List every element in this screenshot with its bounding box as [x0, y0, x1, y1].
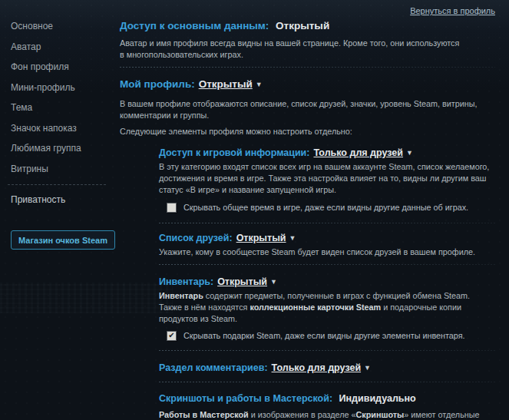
sidebar-item-showcases[interactable]: Витрины [11, 164, 111, 174]
screenshots-value: Индивидуально [339, 393, 416, 404]
screenshots-desc-bold: Работы в Мастерской [159, 410, 249, 419]
inventory-header: Инвентарь:Открытый▼ [159, 276, 495, 288]
sidebar-item-profile-background[interactable]: Фон профиля [11, 62, 111, 72]
hide-playtime-row: ✔ Скрывать общее время в игре, даже если… [167, 202, 495, 213]
game-info-dropdown[interactable]: Только для друзей [313, 147, 403, 158]
friends-list-header: Список друзей:Открытый▼ [159, 232, 495, 244]
screenshots-label: Скриншоты и работы в Мастерской: [159, 393, 332, 404]
steam-privacy-settings-page: Основное Аватар Фон профиля Мини-профиль… [0, 0, 509, 420]
chevron-down-icon[interactable]: ▼ [364, 362, 371, 374]
game-info-header: Доступ к игровой информации:Только для д… [159, 147, 495, 159]
section-basic-data: Доступ к основным данным: Открытый Авата… [120, 19, 495, 68]
chevron-down-icon[interactable]: ▼ [289, 232, 296, 244]
section-friends-list: Список друзей:Открытый▼ Укажите, кому в … [159, 232, 495, 265]
section-divider [159, 223, 495, 223]
game-info-label: Доступ к игровой информации: [159, 147, 309, 158]
sidebar-item-theme[interactable]: Тема [11, 103, 111, 113]
sidebar-item-privacy[interactable]: Приватность [11, 195, 111, 205]
screenshots-desc-bold: Скриншоты [355, 410, 404, 419]
chevron-down-icon[interactable]: ▼ [256, 78, 263, 91]
sidebar-item-featured-badge[interactable]: Значок напоказ [11, 124, 111, 134]
checkmark-icon: ✔ [167, 331, 176, 339]
section-divider [159, 350, 495, 351]
my-profile-header: Мой профиль:Открытый▼ [120, 78, 495, 91]
basic-data-description: Аватар и имя профиля всегда видны на ваш… [120, 38, 461, 61]
comments-label: Раздел комментариев: [159, 362, 268, 373]
inventory-dropdown[interactable]: Открытый [217, 276, 267, 287]
sidebar-item-avatar[interactable]: Аватар [11, 42, 111, 52]
screenshots-description: Работы в Мастерской и изображения в разд… [159, 409, 495, 420]
comments-dropdown[interactable]: Только для друзей [272, 362, 362, 373]
return-row: Вернуться в профиль [120, 0, 495, 16]
section-divider [120, 67, 495, 68]
screenshots-header: Скриншоты и работы в Мастерской: Индивид… [159, 392, 495, 405]
section-divider [159, 382, 495, 382]
separate-settings-note: Следующие элементы профиля можно настрои… [120, 126, 495, 137]
inventory-label: Инвентарь: [159, 276, 213, 287]
comments-header: Раздел комментариев:Только для друзей▼ [159, 362, 495, 374]
return-to-profile-link[interactable]: Вернуться в профиль [410, 6, 495, 15]
basic-data-value: Открытый [276, 20, 329, 31]
section-game-info: Доступ к игровой информации:Только для д… [159, 147, 495, 223]
sidebar-divider [8, 184, 106, 185]
hide-playtime-checkbox[interactable]: ✔ [167, 203, 177, 213]
section-divider [159, 264, 495, 265]
chevron-down-icon[interactable]: ▼ [270, 276, 277, 288]
sidebar-item-general[interactable]: Основное [11, 21, 111, 31]
sidebar-item-mini-profile[interactable]: Мини-профиль [11, 83, 111, 93]
friends-list-label: Список друзей: [159, 233, 233, 243]
inventory-desc-bold: коллекционные карточки Steam [250, 303, 381, 312]
hide-gifts-checkbox[interactable]: ✔ [167, 331, 177, 341]
friends-list-description: Укажите, кому в сообществе Steam будет в… [159, 246, 495, 258]
privacy-settings-content: Вернуться в профиль Доступ к основным да… [120, 0, 495, 420]
basic-data-header: Доступ к основным данным: Открытый [120, 19, 495, 32]
privacy-subsections: Доступ к игровой информации:Только для д… [159, 147, 495, 420]
section-comments: Раздел комментариев:Только для друзей▼ [159, 362, 495, 382]
section-my-profile: Мой профиль:Открытый▼ В вашем профиле от… [120, 78, 495, 137]
game-info-description: В эту категорию входят список всех игр н… [159, 161, 495, 196]
my-profile-description: В вашем профиле отображаются описание, с… [120, 98, 495, 121]
my-profile-label: Мой профиль: [120, 78, 195, 90]
hide-playtime-label[interactable]: Скрывать общее время в игре, даже если в… [183, 202, 468, 213]
screenshots-desc-text: и изображения в разделе « [249, 410, 356, 419]
inventory-description: Инвентарь содержит предметы, полученные … [159, 290, 495, 325]
friends-list-dropdown[interactable]: Открытый [236, 233, 286, 243]
section-inventory: Инвентарь:Открытый▼ Инвентарь содержит п… [159, 276, 495, 351]
inventory-desc-bold: Инвентарь [159, 291, 203, 300]
chevron-down-icon[interactable]: ▼ [406, 147, 413, 159]
hide-gifts-label[interactable]: Скрывать подарки Steam, даже если видны … [183, 330, 465, 341]
basic-data-label: Доступ к основным данным: [120, 20, 269, 31]
profile-edit-sidebar: Основное Аватар Фон профиля Мини-профиль… [11, 21, 111, 250]
sidebar-item-favorite-group[interactable]: Любимая группа [11, 144, 111, 154]
section-screenshots-workshop: Скриншоты и работы в Мастерской: Индивид… [159, 392, 495, 420]
my-profile-dropdown[interactable]: Открытый [199, 78, 253, 90]
points-shop-button[interactable]: Магазин очков Steam [11, 230, 115, 250]
hide-gifts-row: ✔ Скрывать подарки Steam, даже если видн… [167, 330, 495, 341]
